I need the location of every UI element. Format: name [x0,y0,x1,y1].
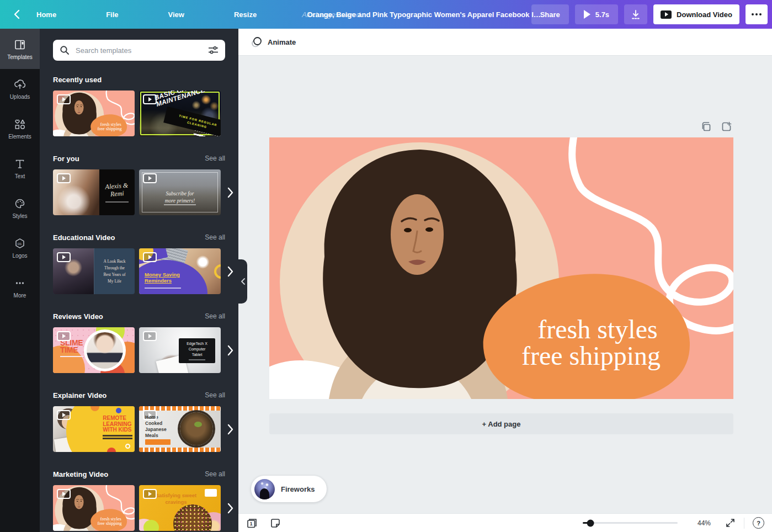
help-button[interactable]: ? [753,517,764,529]
section-for-you: For you See all Alexis &Remi Subscribe f… [53,154,225,215]
animate-label: Animate [268,38,296,46]
chevron-right-icon [227,187,233,198]
filter-icon[interactable] [208,45,219,55]
menu-view[interactable]: View [168,10,184,19]
template-thumb-remote-learning[interactable]: REMOTELEARNINGWITH KIDS [53,406,135,452]
ellipsis-icon [752,13,754,15]
section-title: Explainer Video [53,391,107,400]
chevron-right-icon [227,266,233,277]
more-options-button[interactable] [746,4,768,24]
section-explainer-video: Explainer Video See all REMOTELEARNINGWI… [53,391,225,452]
edgetech-label: EdgeTech XComputer Tablet [179,338,215,363]
chevron-right-icon [227,345,233,356]
menu-resize[interactable]: Resize [234,10,257,19]
back-chevron-icon [14,9,20,19]
video-badge-icon [57,252,71,262]
template-thumb-fresh-styles[interactable] [53,485,135,531]
add-page-icon-button[interactable] [721,121,732,132]
zoom-level-value[interactable]: 44% [693,519,711,527]
templates-panel: Recently used BASIC CARMAINTENANCE TIME … [40,29,238,532]
rail-label: Uploads [10,94,30,100]
section-educational-video: Educational Video See all A Look BackThr… [53,233,225,294]
video-badge-icon [143,173,157,183]
sidebar-item-text[interactable]: Text [0,148,40,188]
see-all-link[interactable]: See all [205,470,225,478]
download-button[interactable] [624,4,647,24]
template-thumb-fresh-styles[interactable] [53,91,135,136]
template-thumb-edgetech[interactable]: EdgeTech XComputer Tablet [139,327,221,373]
coin-decor [214,264,221,279]
notes-button[interactable] [270,518,281,529]
canvas-workspace: + Add page Fireworks [238,56,772,513]
carousel-next-button[interactable] [227,503,233,514]
zoom-slider-knob[interactable] [587,519,594,526]
blue-dot [116,408,121,413]
fireworks-effect-pill[interactable]: Fireworks [251,476,327,502]
back-home-button[interactable] [7,4,26,24]
subscribe-text: Subscribe formore primers! [139,190,221,204]
sidebar-item-uploads[interactable]: Uploads [0,69,40,109]
panel-collapse-button[interactable] [238,259,247,304]
pages-icon: 1 [246,518,258,529]
remote-title: REMOTELEARNINGWITH KIDS [103,416,131,433]
fullscreen-button[interactable] [725,518,736,528]
template-thumb-sweet-cravings[interactable]: Satisfying sweetcravings [139,485,221,531]
section-title: For you [53,155,79,163]
video-duration: 5.7s [595,10,609,19]
carousel-next-button[interactable] [227,424,233,435]
carousel-next-button[interactable] [227,266,233,277]
editor-main: Animate + Add page [238,29,772,532]
orange-chip [145,439,171,445]
section-recently-used: Recently used BASIC CARMAINTENANCE TIME … [53,75,225,136]
sidebar-item-logos[interactable]: co. Logos [0,228,40,268]
carousel-next-button[interactable] [227,187,233,198]
yearbook-text: A Look BackThrough the Best Years ofMy L… [94,248,135,294]
add-page-button[interactable]: + Add page [269,413,733,434]
duplicate-icon [701,121,711,132]
decor-bar [60,356,83,357]
menu-file[interactable]: File [106,10,118,19]
menu-home[interactable]: Home [36,10,56,19]
rail-label: Text [15,173,25,179]
rail-label: Logos [12,253,27,259]
template-thumb-japanese-meals[interactable]: HomeCooked JapaneseMeals [139,406,221,452]
template-thumb-yearbook[interactable]: A Look BackThrough the Best Years ofMy L… [53,248,135,294]
animate-icon [251,36,263,48]
decor-bars [103,435,132,440]
see-all-link[interactable]: See all [205,233,225,241]
template-thumb-subscribe[interactable]: Subscribe formore primers! [139,169,221,215]
download-video-button[interactable]: Download Video [653,4,739,24]
design-canvas-page[interactable] [269,137,733,399]
video-badge-icon [143,94,157,104]
see-all-link[interactable]: See all [205,312,225,320]
carousel-next-button[interactable] [227,345,233,356]
add-page-label: + Add page [482,420,521,428]
chevron-right-icon [227,503,233,514]
see-all-link[interactable]: See all [205,155,225,162]
play-preview-button[interactable]: 5.7s [575,4,618,24]
sidebar-item-elements[interactable]: Elements [0,109,40,148]
design-title[interactable]: Orange, Beige and Pink Typographic Women… [307,10,545,19]
left-rail: Templates Uploads Elements Text Styles [0,29,40,532]
sidebar-item-styles[interactable]: Styles [0,188,40,228]
video-badge-icon [57,331,71,341]
pages-view-button[interactable]: 1 [246,518,258,529]
sidebar-item-more[interactable]: More [0,268,40,307]
see-all-link[interactable]: See all [205,391,225,399]
zoom-slider[interactable] [583,522,678,524]
template-thumb-car-maintenance[interactable]: BASIC CARMAINTENANCE TIME FOR REGULARCLE… [139,91,221,136]
template-thumb-money-saving[interactable]: Money SavingReminders [139,248,221,294]
search-input[interactable] [74,46,203,55]
fireworks-thumbnail [254,479,275,499]
logos-icon: co. [13,237,26,250]
template-thumb-wedding[interactable]: Alexis &Remi [53,169,135,215]
bowl-decor [180,412,213,445]
video-badge-icon [57,410,71,420]
template-thumb-slime-time[interactable]: SLIMETIME [53,327,135,373]
decor-bar [164,204,196,205]
rail-label: Templates [7,54,33,60]
animate-button[interactable]: Animate [251,36,296,48]
sidebar-item-templates[interactable]: Templates [0,29,40,69]
divider [744,518,744,529]
duplicate-page-button[interactable] [701,121,711,132]
